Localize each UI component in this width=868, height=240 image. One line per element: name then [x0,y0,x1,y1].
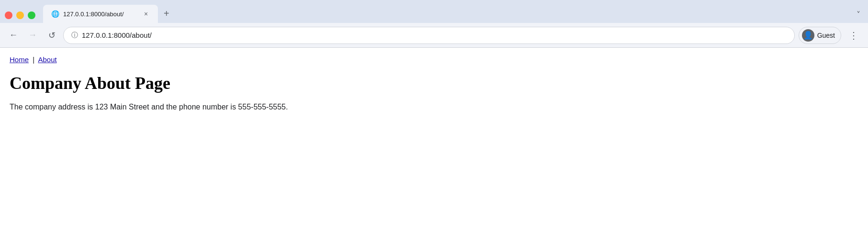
active-tab[interactable]: 🌐 127.0.0.1:8000/about/ × [43,5,158,23]
minimize-window-button[interactable] [16,11,24,19]
tab-bar: 🌐 127.0.0.1:8000/about/ × + ˅ [0,0,868,23]
page-content: Home | About Company About Page The comp… [0,48,868,119]
tab-expand-button[interactable]: ˅ [857,10,868,23]
tab-title: 127.0.0.1:8000/about/ [63,11,138,18]
profile-avatar-icon: 👤 [802,29,814,42]
back-button[interactable]: ← [6,28,21,43]
breadcrumb-separator: | [33,55,34,64]
profile-button[interactable]: 👤 Guest [799,27,841,44]
breadcrumb-home-link[interactable]: Home [10,55,29,64]
breadcrumb: Home | About [10,55,858,64]
navigation-bar: ← → ↺ ⓘ 👤 Guest ⋮ [0,23,868,48]
page-heading: Company About Page [10,73,858,93]
tab-close-button[interactable]: × [142,10,150,18]
browser-chrome: 🌐 127.0.0.1:8000/about/ × + ˅ ← → ↺ ⓘ 👤 … [0,0,868,48]
tab-favicon-icon: 🌐 [51,10,59,18]
address-input[interactable] [82,31,787,39]
profile-label: Guest [817,32,835,39]
window-controls [5,11,35,23]
close-window-button[interactable] [5,11,12,19]
maximize-window-button[interactable] [28,11,35,19]
forward-button[interactable]: → [25,28,40,43]
page-body-text: The company address is 123 Main Street a… [10,103,858,111]
address-bar[interactable]: ⓘ [63,27,795,44]
browser-menu-button[interactable]: ⋮ [845,28,862,43]
address-info-icon: ⓘ [71,31,78,40]
new-tab-button[interactable]: + [160,6,173,23]
breadcrumb-about-link[interactable]: About [38,55,56,64]
reload-button[interactable]: ↺ [44,28,59,43]
